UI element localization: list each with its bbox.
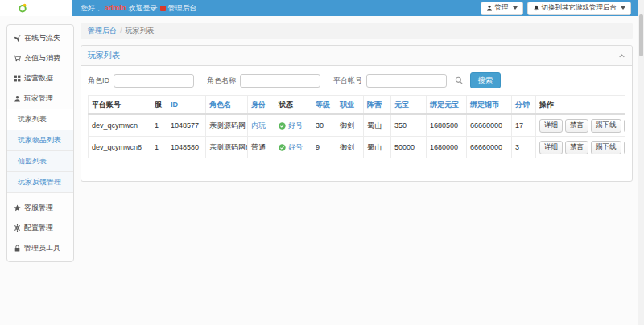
column-header-level[interactable]: 等级 xyxy=(312,96,336,115)
plane-icon xyxy=(13,35,21,42)
grid-icon xyxy=(13,75,21,82)
user-icon xyxy=(13,95,21,102)
identity-text[interactable]: 内玩 xyxy=(251,121,266,130)
search-form: 角色ID角色名称平台帐号 xyxy=(88,74,447,88)
column-header-actions: 操作 xyxy=(536,96,625,115)
search-icon[interactable] xyxy=(455,76,464,85)
status-badge: 好号 xyxy=(279,142,303,153)
cell-bound_yuanbao: 1680500 xyxy=(427,114,467,137)
column-header-bound_yuanbao[interactable]: 绑定元宝 xyxy=(427,96,467,115)
status-ok-icon xyxy=(279,122,286,130)
column-header-bound_copper[interactable]: 绑定铜币 xyxy=(467,96,512,115)
cart-icon xyxy=(13,55,21,62)
column-header-id[interactable]: ID xyxy=(167,96,206,115)
sidebar-item-label: 玩家管理 xyxy=(24,93,53,104)
greeting-text: 您好，admin 欢迎登录 管理后台 xyxy=(80,3,197,14)
column-header-role_name[interactable]: 角色名 xyxy=(206,96,248,115)
vertical-scrollbar[interactable] xyxy=(638,0,644,325)
action-button-kick[interactable]: 踢下线 xyxy=(591,119,621,133)
sidebar-item-online-loss[interactable]: 在线与流失 xyxy=(7,28,73,48)
search-button[interactable]: 搜索 xyxy=(470,72,501,88)
sidebar-subitem-player-feedback[interactable]: 玩家反馈管理 xyxy=(7,172,73,193)
app-logo-icon xyxy=(18,3,27,13)
action-button-login[interactable]: 登录帐号 xyxy=(624,119,625,133)
action-button-detail[interactable]: 详细 xyxy=(539,119,563,133)
breadcrumb-root-link[interactable]: 管理后台 xyxy=(88,27,117,35)
search-field-label: 角色名称 xyxy=(207,76,236,86)
sidebar-menu: 在线与流失充值与消费运营数据玩家管理玩家列表玩家物品列表仙盟列表玩家反馈管理客服… xyxy=(6,24,74,262)
cell-faction: 蜀山 xyxy=(364,114,391,137)
sidebar-item-config-management[interactable]: 配置管理 xyxy=(7,218,73,238)
column-header-identity[interactable]: 身份 xyxy=(248,96,275,115)
sidebar-item-label: 充值与消费 xyxy=(24,53,60,64)
column-header-job[interactable]: 职业 xyxy=(336,96,364,115)
collapse-panel-icon[interactable] xyxy=(618,52,625,60)
switch-backend-button[interactable]: 切换到其它游戏管理后台 xyxy=(527,2,632,15)
logo-zone xyxy=(0,0,72,16)
panel-heading: 玩家列表 xyxy=(81,46,632,66)
action-button-mute[interactable]: 禁言 xyxy=(565,141,588,154)
cell-actions: 详细禁言踢下线登录帐号 xyxy=(536,114,625,137)
status-ok-icon xyxy=(279,144,286,151)
breadcrumb-separator: / xyxy=(120,27,122,35)
search-platform-account-input[interactable] xyxy=(366,74,447,88)
action-button-mute[interactable]: 禁言 xyxy=(565,119,588,133)
action-button-detail[interactable]: 详细 xyxy=(539,141,563,154)
action-button-kick[interactable]: 踢下线 xyxy=(591,141,621,154)
site-badge-icon xyxy=(160,6,166,11)
action-button-login[interactable]: 登录帐号 xyxy=(624,141,625,154)
sidebar-item-player-management[interactable]: 玩家管理 xyxy=(7,88,73,109)
status-text[interactable]: 好号 xyxy=(288,142,303,153)
column-header-faction[interactable]: 阵营 xyxy=(364,96,391,115)
player-list-panel: 玩家列表 角色ID角色名称平台帐号 搜索 平台账号服ID角色名身份状态等级职业阵… xyxy=(80,45,633,182)
cell-identity: 内玩 xyxy=(248,114,275,137)
switch-game-icon xyxy=(533,5,539,11)
cell-bound_yuanbao: 1680000 xyxy=(427,137,467,158)
cell-id: 1048580 xyxy=(167,137,206,158)
sidebar-item-operation-data[interactable]: 运营数据 xyxy=(7,68,73,88)
sidebar-subitem-player-list[interactable]: 玩家列表 xyxy=(7,109,73,130)
cell-role_name: 亲测源码网 xyxy=(206,114,248,137)
sidebar-item-customer-service[interactable]: 客服管理 xyxy=(7,198,73,218)
sidebar-submenu: 玩家列表玩家物品列表仙盟列表玩家反馈管理 xyxy=(7,109,73,193)
sidebar-subitem-player-item-list[interactable]: 玩家物品列表 xyxy=(7,130,73,151)
column-header-minutes[interactable]: 分钟 xyxy=(512,96,536,115)
caret-down-icon xyxy=(513,6,518,10)
column-header-yuanbao[interactable]: 元宝 xyxy=(391,96,427,115)
cell-minutes: 3 xyxy=(512,137,536,158)
greeting-prefix: 您好， xyxy=(80,3,102,14)
search-field-label: 平台帐号 xyxy=(333,76,362,86)
user-icon xyxy=(486,5,493,11)
sidebar-item-recharge-consume[interactable]: 充值与消费 xyxy=(7,48,73,68)
table-header-row: 平台账号服ID角色名身份状态等级职业阵营元宝绑定元宝绑定铜币分钟操作 xyxy=(89,96,625,115)
status-text[interactable]: 好号 xyxy=(288,121,303,131)
breadcrumb-current: 玩家列表 xyxy=(126,27,155,35)
sidebar-subitem-guild-list[interactable]: 仙盟列表 xyxy=(7,151,73,172)
identity-text: 普通 xyxy=(251,143,266,151)
cell-server: 1 xyxy=(151,137,167,158)
sidebar-item-label: 配置管理 xyxy=(24,223,53,233)
column-header-status: 状态 xyxy=(275,96,312,115)
search-field-role-id: 角色ID xyxy=(88,74,194,88)
search-field-label: 角色ID xyxy=(88,76,109,86)
gear-icon xyxy=(13,224,21,232)
sidebar-item-label: 客服管理 xyxy=(24,203,53,213)
panel-title: 玩家列表 xyxy=(88,50,120,61)
sidebar-item-admin-tools[interactable]: 管理员工具 xyxy=(7,238,73,258)
lock-icon xyxy=(13,245,21,252)
search-role-id-input[interactable] xyxy=(114,74,194,88)
cell-yuanbao: 50000 xyxy=(391,137,427,158)
cell-role_name: 亲测源码网6 xyxy=(206,137,248,158)
sidebar-item-label: 在线与流失 xyxy=(24,33,60,43)
breadcrumb: 管理后台/玩家列表 xyxy=(80,23,633,39)
scrollbar-thumb[interactable] xyxy=(639,14,643,56)
search-role-name-input[interactable] xyxy=(240,74,320,88)
cell-minutes: 17 xyxy=(512,114,536,137)
admin-menu-label: 管理 xyxy=(495,3,509,13)
caret-down-icon xyxy=(621,6,625,10)
cell-platform: dev_qcymwcn xyxy=(89,114,151,137)
sidebar-item-label: 管理员工具 xyxy=(24,243,60,253)
admin-menu-button[interactable]: 管理 xyxy=(481,2,523,15)
table-row: dev_qcymwcn11048577亲测源码网内玩好号30御剑蜀山350168… xyxy=(89,114,625,137)
cell-platform: dev_qcymwcn8 xyxy=(89,137,151,158)
